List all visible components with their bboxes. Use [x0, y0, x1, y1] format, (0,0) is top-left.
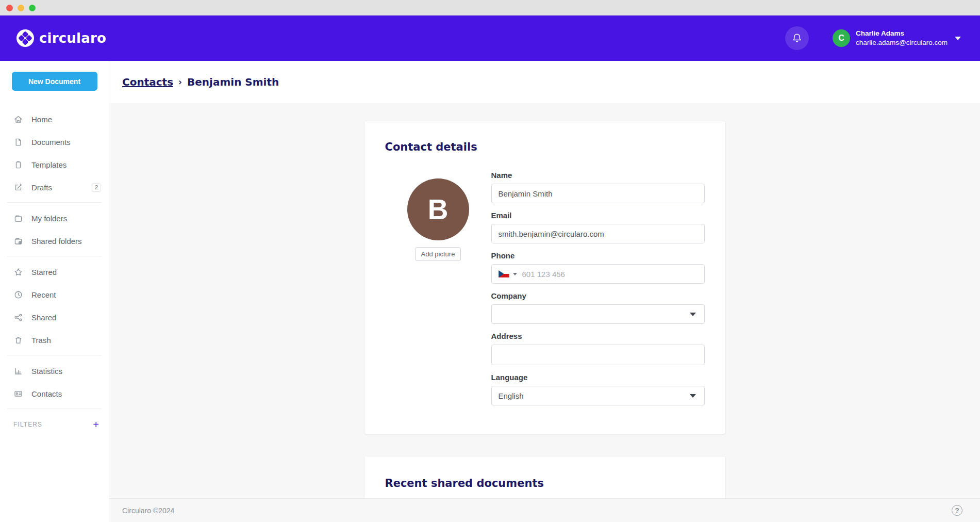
user-name: Charlie Adams — [856, 29, 948, 38]
phone-field-group: Phone — [491, 251, 705, 284]
filters-label: FILTERS — [13, 421, 42, 428]
country-select-caret-icon[interactable] — [513, 273, 517, 275]
user-menu[interactable]: C Charlie Adams charlie.adams@circularo.… — [833, 29, 961, 47]
sidebar-divider — [7, 409, 102, 409]
drafts-count-badge: 2 — [92, 183, 101, 192]
sidebar-item-my-folders[interactable]: My folders — [0, 207, 109, 230]
clock-icon — [13, 290, 23, 300]
sidebar: New Document Home Documents Templates Dr… — [0, 61, 109, 522]
sidebar-item-shared-folders[interactable]: Shared folders — [0, 230, 109, 252]
phone-input[interactable] — [522, 270, 697, 279]
window-titlebar — [0, 0, 980, 15]
sidebar-item-label: Templates — [31, 160, 67, 169]
address-field-group: Address — [491, 332, 705, 365]
question-mark-icon: ? — [955, 507, 959, 514]
app-header: circularo C Charlie Adams charlie.adams@… — [0, 15, 980, 61]
czech-flag-icon[interactable] — [499, 270, 509, 278]
brand-name: circularo — [39, 30, 106, 46]
sidebar-item-documents[interactable]: Documents — [0, 130, 109, 153]
chevron-down-icon — [690, 394, 696, 398]
copyright-text: Circularo ©2024 — [122, 507, 174, 515]
phone-input-wrapper — [491, 264, 705, 284]
name-input[interactable] — [491, 184, 705, 203]
name-field-group: Name — [491, 171, 705, 203]
close-window-button[interactable] — [6, 5, 13, 11]
breadcrumb: Contacts › Benjamin Smith — [122, 76, 279, 88]
template-icon — [13, 160, 23, 170]
breadcrumb-separator: › — [178, 77, 182, 87]
minimize-window-button[interactable] — [18, 5, 24, 11]
new-document-button[interactable]: New Document — [12, 72, 97, 91]
sidebar-item-drafts[interactable]: Drafts 2 — [0, 176, 109, 199]
contacts-icon — [13, 389, 23, 399]
sidebar-item-statistics[interactable]: Statistics — [0, 360, 109, 382]
sidebar-item-label: Drafts — [31, 183, 52, 192]
sidebar-item-shared[interactable]: Shared — [0, 306, 109, 329]
sidebar-item-label: Statistics — [31, 367, 62, 376]
sidebar-item-trash[interactable]: Trash — [0, 329, 109, 351]
email-input[interactable] — [491, 224, 705, 243]
sidebar-item-recent[interactable]: Recent — [0, 283, 109, 306]
folder-icon — [13, 214, 23, 223]
bell-icon — [791, 32, 803, 44]
sidebar-item-home[interactable]: Home — [0, 108, 109, 130]
email-label: Email — [491, 211, 705, 220]
sidebar-item-label: My folders — [31, 214, 67, 223]
sidebar-item-label: Documents — [31, 138, 71, 146]
recent-shared-documents-card: Recent shared documents — [364, 456, 725, 498]
email-field-group: Email — [491, 211, 705, 243]
sidebar-divider — [7, 202, 102, 203]
add-filter-button[interactable]: + — [93, 419, 99, 430]
drafts-icon — [13, 183, 23, 192]
add-picture-button[interactable]: Add picture — [415, 247, 461, 261]
contact-avatar: B — [407, 178, 469, 240]
statistics-icon — [13, 366, 23, 376]
home-icon — [13, 115, 23, 124]
sidebar-divider — [7, 355, 102, 355]
chevron-down-icon — [955, 37, 961, 40]
phone-label: Phone — [491, 251, 705, 260]
recent-shared-documents-title: Recent shared documents — [385, 477, 705, 490]
address-input[interactable] — [491, 345, 705, 365]
chevron-down-icon — [690, 313, 696, 316]
star-icon — [13, 267, 23, 277]
trash-icon — [13, 335, 23, 345]
address-label: Address — [491, 332, 705, 341]
shared-folder-icon — [13, 236, 23, 246]
sidebar-item-label: Trash — [31, 336, 51, 345]
sidebar-item-label: Starred — [31, 268, 57, 276]
brand-logo[interactable]: circularo — [16, 29, 106, 47]
user-email: charlie.adams@circularo.com — [856, 38, 948, 47]
help-button[interactable]: ? — [952, 505, 962, 516]
contact-details-card: Contact details B Add picture Name Email — [364, 121, 725, 434]
document-icon — [13, 137, 23, 147]
user-avatar: C — [833, 29, 850, 47]
sidebar-item-templates[interactable]: Templates — [0, 153, 109, 176]
language-field-group: Language English — [491, 373, 705, 405]
notifications-button[interactable] — [785, 26, 809, 50]
sidebar-item-label: Shared — [31, 313, 56, 322]
company-label: Company — [491, 291, 705, 301]
share-icon — [13, 313, 23, 322]
sidebar-item-label: Home — [31, 115, 52, 124]
breadcrumb-contacts-link[interactable]: Contacts — [122, 76, 173, 88]
sidebar-item-starred[interactable]: Starred — [0, 260, 109, 283]
sidebar-item-label: Shared folders — [31, 237, 82, 246]
sidebar-item-contacts[interactable]: Contacts — [0, 382, 109, 405]
name-label: Name — [491, 171, 705, 180]
contact-details-title: Contact details — [385, 141, 705, 153]
language-select[interactable]: English — [491, 386, 705, 405]
page-title: Benjamin Smith — [187, 76, 279, 88]
sidebar-item-label: Contacts — [31, 389, 62, 398]
company-field-group: Company — [491, 291, 705, 324]
language-select-value: English — [499, 392, 524, 400]
sidebar-divider — [7, 256, 102, 256]
zoom-window-button[interactable] — [29, 5, 36, 11]
main-area: Contacts › Benjamin Smith Contact detail… — [109, 61, 980, 522]
sidebar-item-label: Recent — [31, 290, 56, 299]
footer: Circularo ©2024 ? — [109, 498, 980, 522]
company-select[interactable] — [491, 304, 705, 324]
circularo-logo-icon — [16, 29, 35, 47]
language-label: Language — [491, 373, 705, 382]
